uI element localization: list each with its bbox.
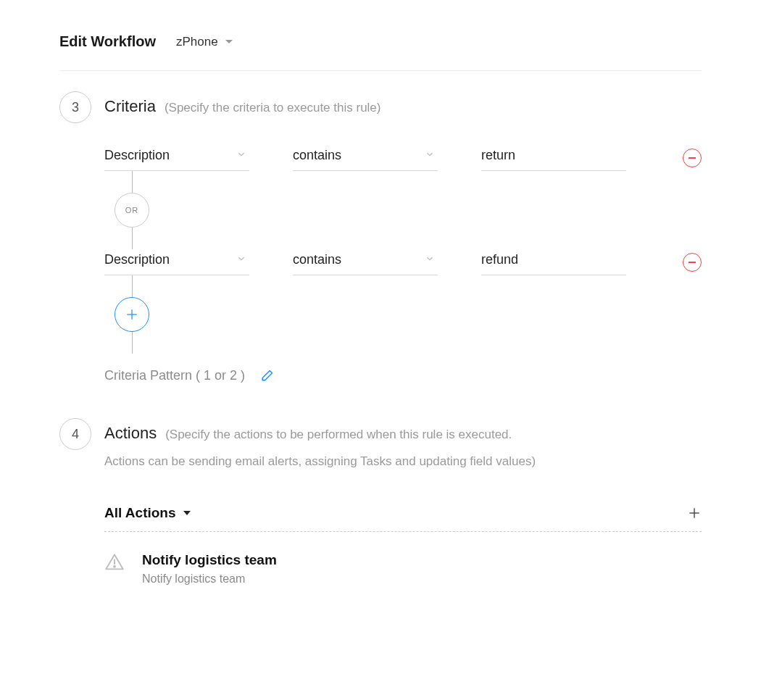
connector-line xyxy=(132,171,133,193)
chevron-down-icon xyxy=(425,149,435,159)
criteria-operator-value: contains xyxy=(293,252,341,267)
plus-icon xyxy=(687,506,702,520)
actions-filter-select[interactable]: All Actions xyxy=(104,505,191,521)
criteria-field-select[interactable]: Description xyxy=(104,145,249,171)
criteria-connector: OR xyxy=(115,171,149,249)
minus-icon xyxy=(689,262,696,263)
criteria-row: Description contains xyxy=(104,249,702,275)
remove-criteria-button[interactable] xyxy=(683,149,702,167)
actions-title: Actions xyxy=(104,424,157,443)
add-criteria-button[interactable] xyxy=(115,297,149,332)
criteria-value-input[interactable] xyxy=(481,249,626,275)
minus-icon xyxy=(689,157,696,159)
actions-toolbar: All Actions xyxy=(104,505,702,532)
criteria-field-select[interactable]: Description xyxy=(104,249,249,275)
alert-triangle-icon xyxy=(104,552,125,572)
add-criteria-connector xyxy=(115,275,149,354)
criteria-field-value: Description xyxy=(104,252,170,267)
page-title: Edit Workflow xyxy=(59,33,156,50)
criteria-pattern-row: Criteria Pattern ( 1 or 2 ) xyxy=(104,368,702,383)
action-item-subtitle: Notify logistics team xyxy=(142,572,277,586)
chevron-down-icon xyxy=(425,254,435,264)
connector-line xyxy=(132,332,133,354)
step-number-badge: 3 xyxy=(59,91,91,123)
chevron-down-icon xyxy=(236,149,246,159)
criteria-operator-select[interactable]: contains xyxy=(293,145,438,171)
connector-operator-toggle[interactable]: OR xyxy=(115,193,149,228)
edit-pattern-button[interactable] xyxy=(259,369,274,383)
step-number-badge: 4 xyxy=(59,418,91,450)
pencil-icon xyxy=(259,369,274,383)
criteria-subtitle: (Specify the criteria to execute this ru… xyxy=(165,101,381,115)
connector-line xyxy=(132,275,133,297)
chevron-down-icon xyxy=(236,254,246,264)
plus-icon xyxy=(125,307,139,322)
workflow-select[interactable]: zPhone xyxy=(176,35,233,49)
criteria-section: 3 Criteria (Specify the criteria to exec… xyxy=(59,91,702,383)
caret-down-icon xyxy=(225,40,233,43)
caret-down-icon xyxy=(183,511,191,515)
action-item[interactable]: Notify logistics team Notify logistics t… xyxy=(104,552,702,586)
actions-filter-label: All Actions xyxy=(104,505,176,521)
svg-point-5 xyxy=(114,566,115,567)
actions-subtitle-line1: (Specify the actions to be performed whe… xyxy=(165,428,512,442)
connector-line xyxy=(132,228,133,249)
criteria-title: Criteria xyxy=(104,97,156,116)
remove-criteria-button[interactable] xyxy=(683,253,702,272)
criteria-operator-value: contains xyxy=(293,148,341,162)
actions-section: 4 Actions (Specify the actions to be per… xyxy=(59,418,702,586)
criteria-row: Description contains xyxy=(104,145,702,171)
workflow-select-label: zPhone xyxy=(176,35,218,49)
add-action-button[interactable] xyxy=(687,506,702,520)
criteria-pattern-label: Criteria Pattern ( 1 or 2 ) xyxy=(104,368,245,383)
criteria-value-input[interactable] xyxy=(481,145,626,171)
page-header: Edit Workflow zPhone xyxy=(59,33,702,71)
action-item-title: Notify logistics team xyxy=(142,552,277,568)
criteria-operator-select[interactable]: contains xyxy=(293,249,438,275)
actions-subtitle-line2: Actions can be sending email alerts, ass… xyxy=(104,454,702,469)
criteria-field-value: Description xyxy=(104,148,170,162)
connector-operator-label: OR xyxy=(125,206,139,214)
